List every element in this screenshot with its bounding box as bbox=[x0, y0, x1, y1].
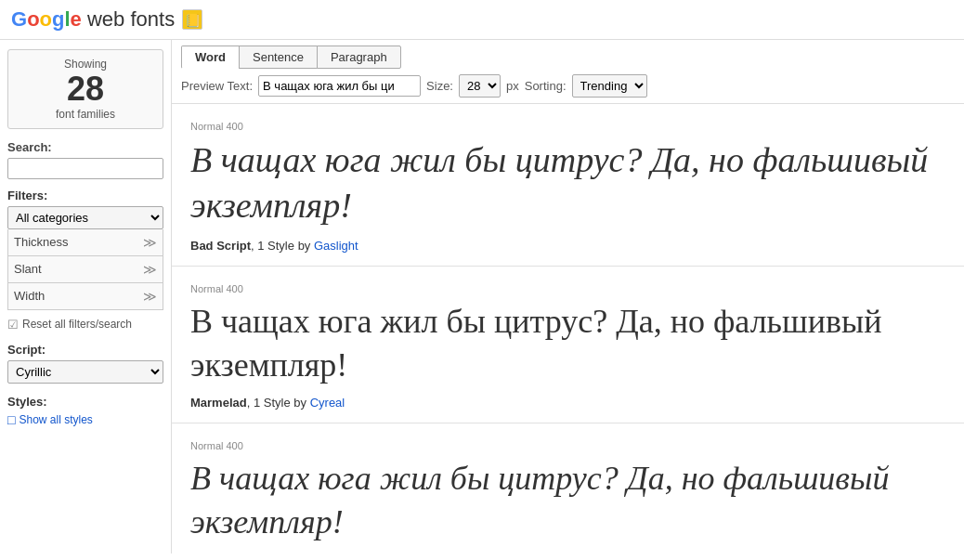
reset-icon: ☑ bbox=[7, 318, 19, 332]
font-name: Bad Script bbox=[190, 239, 251, 253]
font-preview: В чащах юга жил бы цитрус? Да, но фальши… bbox=[190, 300, 945, 387]
filter-thickness-label: Thickness bbox=[14, 235, 69, 249]
font-styles-count: 1 Style bbox=[254, 396, 291, 410]
logo-e: e bbox=[71, 7, 82, 31]
filter-thickness[interactable]: Thickness ≫ bbox=[7, 229, 163, 256]
logo-o2: o bbox=[40, 7, 52, 31]
font-tag: Normal 400 bbox=[190, 121, 945, 132]
logo-g: G bbox=[11, 7, 27, 31]
sorting-select[interactable]: Trending bbox=[572, 74, 647, 98]
logo-o1: o bbox=[27, 7, 39, 31]
script-select[interactable]: Cyrillic bbox=[7, 360, 163, 384]
preview-text-input[interactable] bbox=[258, 75, 421, 97]
font-by: by bbox=[293, 396, 306, 410]
sorting-label: Sorting: bbox=[525, 79, 567, 93]
filter-slant-label: Slant bbox=[14, 262, 42, 276]
tab-sentence[interactable]: Sentence bbox=[239, 46, 318, 69]
font-styles-count: 1 Style bbox=[257, 239, 294, 253]
toolbar: Word Sentence Paragraph Preview Text: Si… bbox=[172, 40, 964, 104]
tab-word[interactable]: Word bbox=[181, 46, 240, 69]
logo-text: web fonts bbox=[82, 7, 175, 31]
chevron-down-icon: ≫ bbox=[143, 235, 157, 250]
reset-label: Reset all filters/search bbox=[22, 318, 132, 331]
showing-count: 28 bbox=[14, 71, 157, 108]
font-preview: В чащах юга жил бы цитрус? Да, но фальши… bbox=[190, 137, 945, 229]
toolbar-row: Preview Text: Size: 28 px Sorting: Trend… bbox=[181, 74, 955, 98]
main-content: Word Sentence Paragraph Preview Text: Si… bbox=[172, 40, 964, 553]
plus-icon: □ bbox=[7, 412, 15, 427]
category-select[interactable]: All categories bbox=[7, 206, 163, 229]
size-label: Size: bbox=[426, 79, 453, 93]
header: Google web fonts 📒 bbox=[0, 0, 964, 40]
font-card-bad-script: Normal 400 В чащах юга жил бы цитрус? Да… bbox=[172, 104, 964, 267]
size-select[interactable]: 28 bbox=[459, 74, 501, 98]
showing-label: Showing bbox=[14, 58, 157, 71]
font-meta: Bad Script, 1 Style by Gaslight bbox=[190, 239, 945, 253]
view-tabs: Word Sentence Paragraph bbox=[181, 46, 955, 69]
show-all-styles-link[interactable]: □ Show all styles bbox=[7, 412, 163, 427]
filters-label: Filters: bbox=[7, 189, 163, 202]
logo-g2: g bbox=[52, 7, 64, 31]
filter-width[interactable]: Width ≫ bbox=[7, 283, 163, 310]
font-by: by bbox=[298, 239, 311, 253]
notebook-icon: 📒 bbox=[182, 9, 202, 30]
filter-slant[interactable]: Slant ≫ bbox=[7, 256, 163, 283]
show-all-styles-label: Show all styles bbox=[19, 413, 92, 426]
font-tag: Normal 400 bbox=[190, 283, 945, 294]
font-tag: Normal 400 bbox=[190, 440, 945, 451]
preview-text-label: Preview Text: bbox=[181, 79, 253, 93]
chevron-down-icon: ≫ bbox=[143, 262, 157, 277]
showing-box: Showing 28 font families bbox=[7, 49, 163, 129]
reset-filters-link[interactable]: ☑ Reset all filters/search bbox=[7, 318, 163, 332]
font-name: Marmelad bbox=[190, 396, 247, 410]
font-list: Normal 400 В чащах юга жил бы цитрус? Да… bbox=[172, 104, 964, 553]
search-label: Search: bbox=[7, 140, 163, 154]
font-meta: Marmelad, 1 Style by Cyreal bbox=[190, 396, 945, 410]
font-designer-link[interactable]: Cyreal bbox=[310, 396, 345, 410]
script-label: Script: bbox=[7, 343, 163, 357]
chevron-down-icon: ≫ bbox=[143, 289, 157, 304]
font-designer-link[interactable]: Gaslight bbox=[314, 239, 358, 253]
px-label: px bbox=[506, 79, 519, 93]
tab-paragraph[interactable]: Paragraph bbox=[317, 46, 401, 69]
filter-width-label: Width bbox=[14, 289, 45, 303]
showing-sub: font families bbox=[14, 108, 157, 121]
sidebar: Showing 28 font families Search: Filters… bbox=[0, 40, 172, 553]
font-preview: В чащах юга жил бы цитрус? Да, но фальши… bbox=[190, 457, 945, 544]
search-input[interactable] bbox=[7, 158, 163, 179]
styles-label: Styles: bbox=[7, 395, 163, 409]
font-card-marck-script: Normal 400 В чащах юга жил бы цитрус? Да… bbox=[172, 423, 964, 553]
layout: Showing 28 font families Search: Filters… bbox=[0, 40, 964, 553]
logo: Google web fonts bbox=[11, 7, 175, 32]
font-card-marmelad: Normal 400 В чащах юга жил бы цитрус? Да… bbox=[172, 267, 964, 424]
